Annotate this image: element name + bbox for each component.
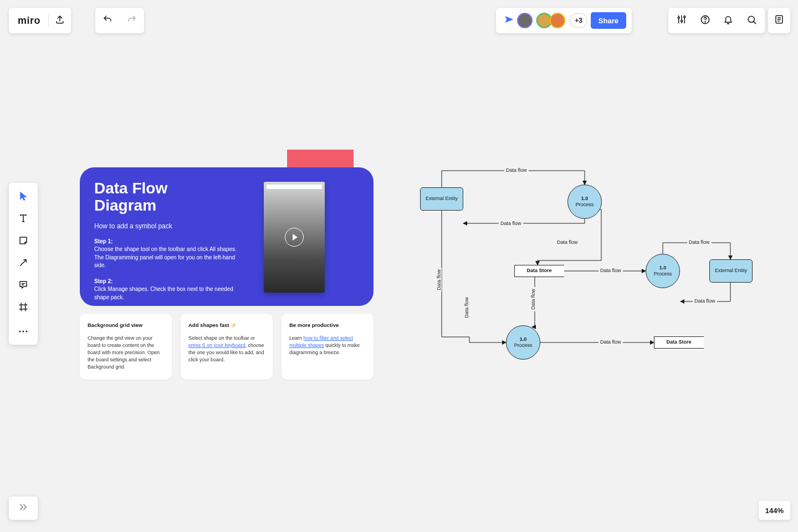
tip-card[interactable]: Be more productive Learn how to filter a… — [282, 314, 374, 380]
data-flow-diagram[interactable]: External Entity 1.0 Process Data Store 1… — [416, 166, 770, 355]
external-entity-node[interactable]: External Entity — [420, 187, 463, 211]
cursor-send-icon — [504, 15, 514, 26]
top-left-toolbar: miro — [9, 8, 71, 33]
redo-icon — [127, 14, 137, 27]
svg-point-23 — [26, 331, 28, 332]
tutorial-video-thumbnail[interactable] — [264, 182, 325, 293]
tip-card[interactable]: Background grid view Change the grid vie… — [80, 314, 172, 380]
comment-tool[interactable] — [9, 275, 38, 297]
arrow-icon — [18, 258, 28, 270]
redo-button[interactable] — [120, 8, 144, 33]
edge-label: Data flow — [464, 295, 469, 320]
edge-label: Data flow — [555, 239, 580, 245]
process-node[interactable]: 1.0 Process — [646, 254, 680, 288]
node-label: External Entity — [715, 268, 747, 274]
edge-label: Data flow — [687, 239, 712, 245]
notes-panel-button[interactable] — [768, 8, 790, 33]
edge-label: Data flow — [530, 287, 536, 311]
tip-title: Add shapes fast ⚡ — [188, 321, 265, 329]
tip-title: Background grid view — [88, 321, 164, 329]
node-label: External Entity — [426, 196, 458, 202]
node-label: 1.0 — [659, 265, 667, 271]
svg-point-1 — [678, 17, 679, 19]
frame-tool[interactable] — [9, 297, 38, 319]
more-icon — [18, 325, 28, 335]
text-icon — [18, 213, 28, 226]
node-label: Process — [576, 202, 594, 208]
svg-point-3 — [681, 21, 683, 22]
node-label: Data Store — [666, 339, 691, 345]
tip-body: Select shape on the toolbar or press S o… — [188, 335, 265, 364]
cursor-icon — [19, 191, 28, 203]
avatar[interactable] — [517, 13, 533, 28]
edge-label: Data flow — [436, 268, 442, 292]
node-label: 1.0 — [581, 196, 589, 202]
tip-body: Change the grid view on your board to cr… — [88, 335, 164, 371]
tip-title: Be more productive — [289, 321, 366, 329]
svg-line-9 — [753, 21, 755, 23]
search-button[interactable] — [740, 8, 763, 33]
left-toolbar — [9, 183, 38, 345]
export-button[interactable] — [49, 8, 71, 33]
edge-label: Data flow — [598, 268, 623, 273]
sticky-note-icon — [18, 236, 28, 248]
edge-label: Data flow — [504, 167, 529, 173]
help-icon — [700, 14, 710, 27]
help-button[interactable] — [694, 8, 716, 33]
line-tool[interactable] — [9, 253, 38, 275]
comment-icon — [18, 280, 28, 292]
sliders-icon — [677, 14, 687, 27]
select-tool[interactable] — [9, 186, 38, 208]
undo-icon — [103, 14, 112, 27]
step-1: Step 1: Choose the shape tool on the too… — [94, 238, 238, 270]
tip-body: Learn how to filter and select multiple … — [289, 335, 366, 356]
more-tools[interactable] — [9, 319, 38, 341]
upload-icon — [55, 14, 65, 27]
process-node[interactable]: 1.0 Process — [506, 325, 540, 360]
svg-line-14 — [21, 260, 27, 266]
search-icon — [746, 14, 757, 27]
tip-card[interactable]: Add shapes fast ⚡ Select shape on the to… — [181, 314, 273, 380]
notes-icon — [774, 14, 784, 27]
utilities-toolbar — [668, 8, 765, 33]
node-label: 1.0 — [520, 336, 527, 342]
step-2: Step 2: Click Manage shapes. Check the b… — [94, 278, 238, 302]
text-tool[interactable] — [9, 208, 38, 231]
settings-button[interactable] — [671, 8, 693, 33]
template-info-card[interactable]: Data FlowDiagram How to add a symbol pac… — [80, 167, 374, 306]
edge-label: Data flow — [598, 339, 623, 345]
frame-icon — [18, 302, 28, 314]
cursor-mode-button[interactable] — [503, 14, 516, 27]
svg-point-7 — [705, 21, 705, 22]
edge-label: Data flow — [693, 298, 717, 304]
svg-point-5 — [684, 16, 686, 18]
tip-cards-row: Background grid view Change the grid vie… — [80, 314, 374, 380]
bell-icon — [723, 14, 733, 27]
more-collaborators-button[interactable]: +3 — [570, 13, 587, 28]
notifications-button[interactable] — [717, 8, 739, 33]
tip-link[interactable]: press S on your keyboard — [188, 342, 245, 348]
collaboration-toolbar: +3 Share — [496, 8, 632, 33]
node-label: Process — [654, 271, 672, 277]
miro-logo[interactable]: miro — [9, 15, 48, 27]
node-label: Process — [514, 342, 533, 349]
svg-point-21 — [19, 331, 21, 332]
node-label: Data Store — [526, 268, 551, 274]
collaborator-avatars[interactable] — [519, 13, 565, 28]
history-toolbar — [95, 8, 144, 33]
zoom-level[interactable]: 144% — [759, 501, 790, 520]
data-store-node[interactable]: Data Store — [654, 336, 704, 349]
process-node[interactable]: 1.0 Process — [567, 185, 602, 219]
chevron-right-double-icon — [18, 503, 28, 513]
play-icon — [285, 228, 304, 247]
undo-button[interactable] — [95, 8, 120, 33]
svg-point-22 — [23, 331, 24, 332]
data-store-node[interactable]: Data Store — [514, 265, 564, 277]
external-entity-node[interactable]: External Entity — [709, 259, 753, 283]
avatar[interactable] — [550, 13, 565, 28]
sticky-note-tool[interactable] — [9, 231, 38, 253]
expand-toolbar-button[interactable] — [9, 497, 38, 520]
share-button[interactable]: Share — [591, 12, 626, 29]
edge-label: Data flow — [499, 221, 523, 226]
